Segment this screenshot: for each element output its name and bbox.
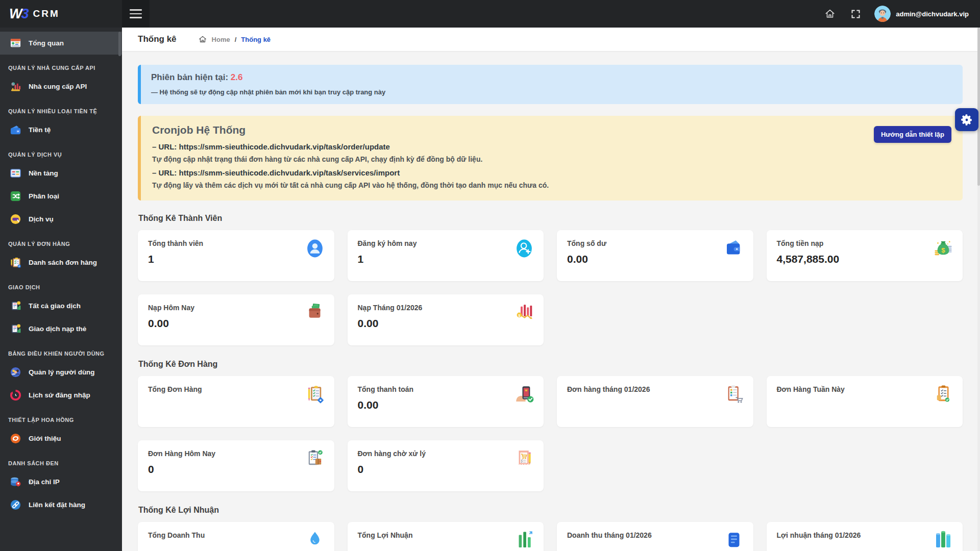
sidebar-item-lich-su-dang-nhap[interactable]: Lịch sử đăng nhập bbox=[0, 384, 122, 407]
stat-card-deposit-month: Nạp Tháng 01/2026 0.00 $ bbox=[348, 294, 544, 345]
page-scrollbar[interactable] bbox=[977, 28, 980, 551]
page-title: Thống kê bbox=[138, 34, 177, 44]
total-orders-icon bbox=[304, 384, 326, 405]
cronjob-desc-2: Tự động lấy và thêm các dịch vụ mới từ t… bbox=[152, 181, 951, 189]
settings-gear-button[interactable] bbox=[955, 108, 978, 131]
version-alert-title: Phiên bản hiện tại: 2.6 bbox=[151, 72, 952, 83]
version-alert-subtitle: — Hệ thống sẽ tự động cập nhật phiên bản… bbox=[151, 88, 952, 96]
sidebar-item-label: Tất cả giao dịch bbox=[29, 302, 81, 310]
sidebar-item-danh-sach-don-hang[interactable]: Danh sách đơn hàng bbox=[0, 251, 122, 274]
breadcrumb-separator: / bbox=[235, 36, 237, 43]
sidebar-scrollbar[interactable] bbox=[118, 32, 121, 56]
stat-card-orders-pending: Đơn hàng chờ xử lý 0 bbox=[348, 440, 544, 491]
sidebar: W3 CRM Tổng quan QUẢN LÝ NHÀ CUNG CẤP AP… bbox=[0, 0, 122, 551]
version-alert: Phiên bản hiện tại: 2.6 — Hệ thống sẽ tự… bbox=[138, 65, 963, 104]
orders-month-icon bbox=[723, 384, 745, 405]
stat-card-label: Nạp Tháng 01/2026 bbox=[358, 304, 534, 312]
cronjob-desc-1: Tự động cập nhật trạng thái đơn hàng từ … bbox=[152, 155, 951, 163]
sidebar-item-quan-ly-nguoi-dung[interactable]: Quản lý người dùng bbox=[0, 361, 122, 384]
stat-card-value: 0.00 bbox=[567, 253, 743, 265]
stat-card-total-orders: Tổng Đơn Hàng bbox=[138, 376, 334, 427]
stat-card-label: Đăng ký hôm nay bbox=[358, 239, 534, 247]
profit-month-icon bbox=[933, 530, 954, 551]
cronjob-panel: Cronjob Hệ Thống Hướng dẫn thiết lập – U… bbox=[138, 116, 963, 201]
section-heading-orders: Thống Kê Đơn Hàng bbox=[138, 360, 963, 369]
sidebar-item-label: Phân loại bbox=[29, 192, 59, 200]
sidebar-item-dich-vu[interactable]: Dịch vụ bbox=[0, 208, 122, 231]
stat-card-orders-week: Đơn Hàng Tuần Này bbox=[767, 376, 963, 427]
sidebar-item-giao-dich-nap-the[interactable]: Giao dịch nạp thẻ bbox=[0, 317, 122, 340]
register-today-icon bbox=[513, 238, 535, 259]
cronjob-url-2: – URL: https://smm-sieuthicode.dichvudar… bbox=[152, 168, 951, 177]
sidebar-item-lien-ket-dat-hang[interactable]: Liên kết đặt hàng bbox=[0, 493, 122, 516]
sidebar-section-danh-sach-den: DANH SÁCH ĐEN bbox=[0, 450, 122, 470]
fullscreen-icon[interactable] bbox=[849, 7, 862, 20]
stat-card-value: 1 bbox=[148, 253, 324, 265]
stat-card-profit-month: Lợi nhuận tháng 01/2026 bbox=[767, 522, 963, 551]
sidebar-item-label: Lịch sử đăng nhập bbox=[29, 391, 90, 399]
sidebar-item-label: Liên kết đặt hàng bbox=[29, 501, 85, 509]
user-menu[interactable]: admin@dichvudark.vip bbox=[874, 6, 969, 22]
total-revenue-icon bbox=[304, 530, 326, 551]
stat-card-revenue-month: Doanh thu tháng 01/2026 bbox=[557, 522, 753, 551]
sidebar-item-label: Nhà cung cấp API bbox=[29, 83, 87, 90]
stat-card-label: Tổng Lợi Nhuận bbox=[358, 531, 534, 539]
sidebar-item-phan-loai[interactable]: Phân loại bbox=[0, 185, 122, 208]
breadcrumb-home-link[interactable]: Home bbox=[212, 36, 230, 43]
sidebar-item-label: Tổng quan bbox=[29, 39, 64, 47]
card-recharge-icon bbox=[9, 323, 21, 335]
brand-title: CRM bbox=[33, 8, 60, 19]
stat-card-value: 0.00 bbox=[148, 317, 324, 330]
sidebar-item-tong-quan[interactable]: Tổng quan bbox=[0, 32, 122, 55]
api-provider-icon bbox=[9, 81, 21, 93]
sidebar-section-nguoi-dung: BẢNG ĐIỀU KHIỂN NGƯỜI DÙNG bbox=[0, 340, 122, 361]
stat-card-total-profit: Tổng Lợi Nhuận bbox=[348, 522, 544, 551]
total-profit-icon bbox=[513, 530, 535, 551]
total-balance-icon bbox=[723, 238, 745, 259]
sidebar-item-gioi-thieu[interactable]: Giới thiệu bbox=[0, 427, 122, 450]
stat-card-label: Tổng Doanh Thu bbox=[148, 531, 324, 539]
category-icon bbox=[9, 190, 21, 203]
stat-card-orders-today: Đơn Hàng Hôm Nay 0 bbox=[138, 440, 334, 491]
stat-card-label: Tổng Đơn Hàng bbox=[148, 385, 324, 393]
sidebar-section-tien-te: QUẢN LÝ NHIỀU LOẠI TIỀN TỆ bbox=[0, 98, 122, 118]
stat-card-register-today: Đăng ký hôm nay 1 bbox=[348, 230, 544, 281]
stat-card-total-revenue: Tổng Doanh Thu bbox=[138, 522, 334, 551]
stat-card-label: Lợi nhuận tháng 01/2026 bbox=[777, 531, 953, 539]
orders-pending-icon bbox=[513, 448, 535, 469]
platform-icon bbox=[9, 167, 21, 180]
breadcrumb-home-icon bbox=[198, 35, 207, 44]
member-stats-grid: Tổng thành viên 1 Đăng ký hôm nay 1 Tổng… bbox=[138, 230, 963, 345]
total-members-icon bbox=[304, 238, 326, 259]
ip-address-icon bbox=[9, 476, 21, 488]
setup-guide-button[interactable]: Hướng dẫn thiết lập bbox=[874, 126, 951, 143]
stat-card-label: Đơn hàng tháng 01/2026 bbox=[567, 385, 743, 393]
sidebar-section-hoa-hong: THIẾT LẬP HOA HỒNG bbox=[0, 407, 122, 427]
sidebar-item-tien-te[interactable]: Tiền tệ bbox=[0, 118, 122, 141]
home-icon[interactable] bbox=[823, 7, 837, 20]
sidebar-item-label: Giao dịch nạp thẻ bbox=[29, 325, 86, 333]
sidebar-logo[interactable]: W3 CRM bbox=[0, 0, 122, 28]
sidebar-item-tat-ca-giao-dich[interactable]: Tất cả giao dịch bbox=[0, 294, 122, 317]
profit-stats-grid: Tổng Doanh Thu Tổng Lợi Nhuận Doanh thu … bbox=[138, 522, 963, 551]
sidebar-item-label: Danh sách đơn hàng bbox=[29, 259, 97, 266]
brand-logo-icon: W3 bbox=[9, 6, 28, 22]
sidebar-item-nen-tang[interactable]: Nền tảng bbox=[0, 162, 122, 185]
orders-week-icon bbox=[933, 384, 954, 405]
sidebar-item-dia-chi-ip[interactable]: Địa chỉ IP bbox=[0, 470, 122, 493]
page-scrollbar-thumb[interactable] bbox=[977, 28, 980, 186]
stat-card-total-payment: Tổng thanh toán 0.00 bbox=[348, 376, 544, 427]
stat-card-value: 0.00 bbox=[358, 399, 534, 411]
main-content: Thống kê Home / Thống kê Phiên bản hiện … bbox=[122, 0, 980, 551]
login-history-icon bbox=[9, 389, 21, 402]
sidebar-item-label: Tiền tệ bbox=[29, 126, 51, 134]
version-number: 2.6 bbox=[231, 72, 243, 82]
cronjob-url-1: – URL: https://smm-sieuthicode.dichvudar… bbox=[152, 142, 951, 151]
stat-card-value: 0.00 bbox=[358, 317, 534, 330]
stat-card-value: 0 bbox=[148, 463, 324, 475]
sidebar-item-nha-cung-cap-api[interactable]: Nhà cung cấp API bbox=[0, 75, 122, 98]
menu-toggle-button[interactable] bbox=[122, 0, 150, 28]
revenue-month-icon bbox=[723, 530, 745, 551]
users-icon bbox=[9, 366, 21, 379]
sidebar-item-label: Quản lý người dùng bbox=[29, 368, 95, 376]
